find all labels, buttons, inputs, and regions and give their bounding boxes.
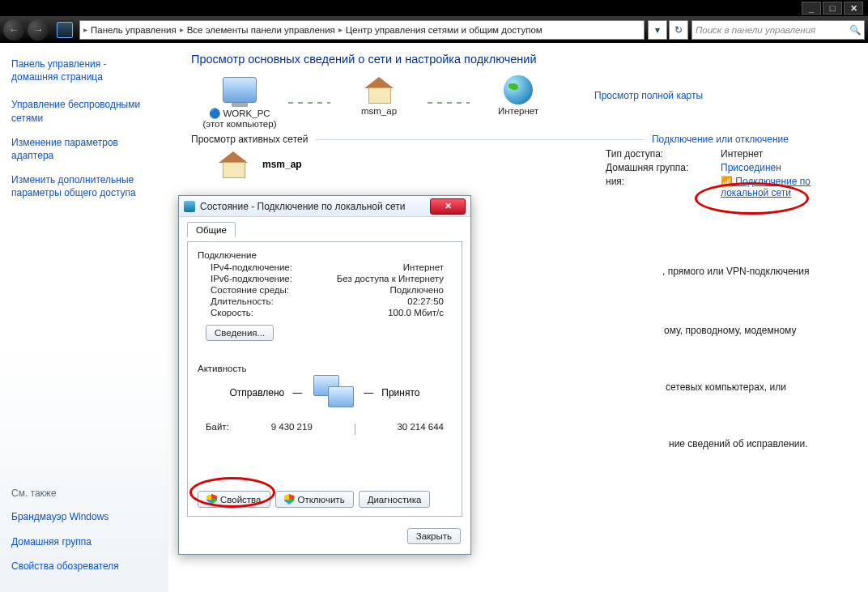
connection-status-dialog: Состояние - Подключение по локальной сет… [178,195,471,555]
activity-row: Отправлено — — Принято [198,375,452,411]
received-label: Принято [381,387,419,398]
sent-label: Отправлено [230,387,285,398]
bytes-sent: 9 430 219 [271,422,313,435]
link-text: локальной сети [721,187,791,198]
kv-key: ния: [606,176,721,198]
kv-value: Интернет [403,262,444,272]
map-node-network[interactable]: msm_ap [330,74,428,116]
bytes-row: Байт: 9 430 219 30 214 644 [198,411,452,435]
navigation-bar: ← → ▸ Панель управления ▸ Все элементы п… [0,16,868,43]
window-close-button[interactable]: ✕ [844,2,863,15]
lan-connection-link[interactable]: 📶 Подключение по локальной сети [721,176,811,198]
divider [316,139,644,140]
button-label: Свойства [220,495,262,505]
kv-key: Скорость: [211,308,253,317]
home-network-icon [219,151,248,177]
search-icon[interactable]: 🔍 [849,24,861,36]
sidebar-link-wireless[interactable]: Управление беспроводными сетями [11,98,160,124]
properties-button[interactable]: Свойства [198,491,270,508]
kv-key: Длительность: [211,296,274,306]
two-computers-icon [310,375,355,411]
breadcrumb-item[interactable]: Все элементы панели управления [187,25,335,35]
sidebar-label: Панель управления - [11,58,107,70]
page-title: Просмотр основных сведений о сети и наст… [191,53,868,66]
see-also-header: См. также [11,488,160,499]
network-map: 🔵 WORK_PC (этот компьютер) msm_ap Интерн… [191,74,868,129]
breadcrumb-item[interactable]: Центр управления сетями и общим доступом [346,25,542,35]
sidebar-link-sharing[interactable]: Изменить дополнительные параметры общего… [11,173,160,199]
subheader-label: Просмотр активных сетей [191,134,308,145]
network-icon [184,201,195,212]
node-label: msm_ap [330,106,428,116]
window-maximize-button[interactable]: □ [823,2,842,15]
full-map-link[interactable]: Просмотр полной карты [594,90,703,101]
dialog-body: Подключение IPv4-подключение:Интернет IP… [187,241,462,517]
chevron-right-icon: ▸ [83,25,87,34]
text-fragment: ому, проводному, модемному [664,325,796,336]
details-button[interactable]: Сведения... [206,325,274,341]
node-sublabel: (этот компьютер) [191,119,288,129]
search-placeholder: Поиск в панели управления [696,25,815,35]
network-details: Тип доступа: Интернет Домашняя группа: П… [606,148,811,201]
kv-value: 100.0 Мбит/с [388,308,444,317]
sidebar-label: домашняя страница [11,71,103,83]
chevron-right-icon: ▸ [338,25,343,34]
node-label: Интернет [470,106,567,116]
search-input[interactable]: Поиск в панели управления 🔍 [691,20,865,40]
link-text: Подключение по [735,176,811,187]
control-panel-home-link[interactable]: Панель управления - домашняя страница [11,57,160,83]
active-networks-header: Просмотр активных сетей Подключение или … [191,134,868,145]
node-label: WORK_PC [223,109,270,118]
nav-back-button[interactable]: ← [3,19,24,40]
bytes-label: Байт: [206,422,229,435]
globe-icon [504,75,533,104]
shield-icon [206,494,217,505]
sidebar-link-firewall[interactable]: Брандмауэр Windows [11,510,160,523]
dialog-action-buttons: Свойства Отключить Диагностика [198,491,430,508]
sidebar-link-adapter[interactable]: Изменение параметров адаптера [11,136,160,162]
sidebar: Панель управления - домашняя страница Уп… [0,43,168,592]
computer-icon [223,77,257,103]
dialog-tabstrip: Общие [179,217,470,241]
kv-key: Домашняя группа: [606,162,721,173]
text-fragment: ние сведений об исправлении. [669,438,808,449]
map-node-this-pc[interactable]: 🔵 WORK_PC (этот компьютер) [191,74,288,129]
sidebar-link-homegroup[interactable]: Домашняя группа [11,535,160,548]
nav-forward-button[interactable]: → [28,19,49,40]
content-area: Просмотр основных сведений о сети и наст… [168,43,868,592]
group-connection: Подключение [198,250,452,260]
kv-value: Без доступа к Интернету [337,274,444,283]
tab-general[interactable]: Общие [187,222,236,237]
disable-button[interactable]: Отключить [275,491,354,508]
control-panel-icon [57,22,73,38]
diagnose-button[interactable]: Диагностика [359,491,431,508]
chevron-right-icon: ▸ [180,25,184,34]
refresh-button[interactable]: ↻ [669,20,688,40]
separator: — [292,387,302,398]
dialog-close-button[interactable]: ✕ [430,198,466,215]
kv-value: Интернет [721,148,763,160]
sidebar-link-internet-options[interactable]: Свойства обозревателя [11,560,160,573]
homegroup-link[interactable]: Присоединен [721,162,781,173]
divider [355,424,355,435]
map-connector [288,87,330,119]
network-name: msm_ap [262,159,302,170]
button-label: Отключить [298,495,345,505]
close-button[interactable]: Закрыть [407,528,461,544]
dialog-titlebar[interactable]: Состояние - Подключение по локальной сет… [179,196,470,217]
breadcrumb-item[interactable]: Панель управления [91,25,177,35]
kv-key: IPv6-подключение: [211,274,292,283]
group-activity: Активность [198,364,452,373]
map-node-internet[interactable]: Интернет [470,74,567,116]
connect-disconnect-link[interactable]: Подключение или отключение [652,134,789,145]
kv-value: Подключено [390,285,445,295]
text-fragment: , прямого или VPN-подключения [662,266,809,277]
dialog-title: Состояние - Подключение по локальной сет… [200,201,406,212]
kv-value: 02:27:50 [407,296,444,306]
window-minimize-button[interactable]: _ [802,2,821,15]
kv-key: IPv4-подключение: [211,262,292,272]
text-fragment: сетевых компьютерах, или [666,381,786,393]
window-titlebar: _ □ ✕ [0,0,868,16]
breadcrumb[interactable]: ▸ Панель управления ▸ Все элементы панел… [79,20,645,40]
history-dropdown-button[interactable]: ▾ [648,20,667,40]
